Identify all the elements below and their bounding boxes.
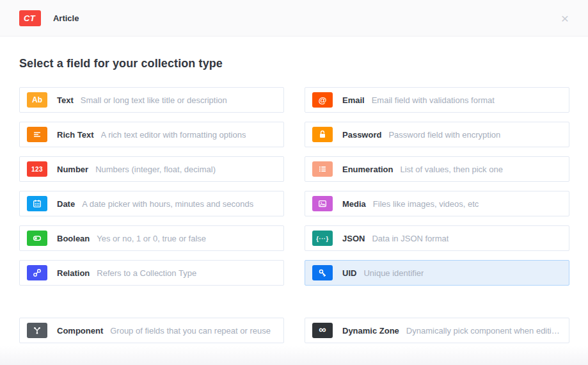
media-image-icon	[312, 196, 333, 211]
field-card-richtext[interactable]: Rich Text A rich text editor with format…	[19, 122, 284, 147]
field-description: Files like images, videos, etc	[373, 199, 479, 209]
field-label: Password	[342, 130, 381, 140]
close-icon[interactable]: ×	[561, 12, 569, 25]
field-description: Small or long text like title or descrip…	[81, 95, 227, 105]
modal-bottom-shadow	[0, 346, 588, 365]
field-label: Boolean	[57, 234, 90, 243]
field-description: Password field with encryption	[388, 130, 500, 140]
field-description: A rich text editor with formatting optio…	[101, 130, 246, 140]
password-lock-icon	[312, 127, 333, 142]
content-type-name: Article	[53, 13, 79, 23]
field-card-text[interactable]: Ab Text Small or long text like title or…	[19, 87, 284, 113]
calendar-icon	[27, 196, 47, 211]
advanced-field-grid: Component Group of fields that you can r…	[19, 318, 569, 343]
field-description: A date picker with hours, minutes and se…	[82, 199, 253, 209]
relation-link-icon	[27, 265, 47, 280]
text-field-icon: Ab	[27, 92, 47, 108]
field-card-media[interactable]: Media Files like images, videos, etc	[305, 191, 569, 216]
field-label: JSON	[342, 234, 365, 243]
field-label: Component	[57, 326, 103, 336]
email-at-icon: @	[312, 92, 333, 108]
enumeration-list-icon	[312, 161, 333, 177]
field-label: Date	[57, 199, 75, 209]
field-card-uid[interactable]: UID Unique identifier	[305, 260, 569, 286]
modal-body: Select a field for your collection type …	[0, 57, 588, 343]
component-branch-icon	[27, 323, 47, 338]
field-description: Email field with validations format	[372, 95, 495, 105]
field-card-password[interactable]: Password Password field with encryption	[305, 122, 569, 147]
content-type-badge: CT	[19, 10, 41, 26]
modal-header: CT Article ×	[0, 0, 588, 36]
field-card-boolean[interactable]: Boolean Yes or no, 1 or 0, true or false	[19, 225, 284, 251]
boolean-toggle-icon	[27, 231, 47, 246]
field-card-email[interactable]: @ Email Email field with validations for…	[305, 87, 569, 113]
field-card-date[interactable]: Date A date picker with hours, minutes a…	[19, 191, 284, 216]
number-123-icon: 123	[27, 161, 47, 177]
field-label: UID	[342, 268, 356, 278]
page-title: Select a field for your collection type	[19, 57, 569, 70]
field-label: Text	[57, 95, 74, 105]
field-label: Media	[342, 199, 366, 209]
field-card-component[interactable]: Component Group of fields that you can r…	[19, 318, 284, 343]
field-card-relation[interactable]: Relation Refers to a Collection Type	[19, 260, 284, 286]
field-type-grid: Ab Text Small or long text like title or…	[19, 87, 569, 286]
field-description: Dynamically pick component when editing …	[406, 326, 562, 336]
field-label: Email	[342, 95, 365, 105]
field-description: List of values, then pick one	[400, 165, 502, 174]
field-label: Enumeration	[342, 165, 393, 174]
field-card-enumeration[interactable]: Enumeration List of values, then pick on…	[305, 156, 569, 182]
field-label: Rich Text	[57, 130, 94, 140]
field-card-number[interactable]: 123 Number Numbers (integer, float, deci…	[19, 156, 284, 182]
richtext-lines-icon	[27, 127, 47, 142]
field-card-json[interactable]: {···} JSON Data in JSON format	[305, 225, 569, 251]
field-label: Relation	[57, 268, 90, 278]
json-braces-icon: {···}	[312, 231, 333, 246]
dynamic-zone-infinity-icon: ∞	[312, 323, 333, 338]
field-description: Unique identifier	[363, 268, 424, 278]
field-description: Data in JSON format	[372, 234, 449, 243]
uid-key-icon	[312, 265, 333, 280]
field-label: Dynamic Zone	[342, 326, 399, 336]
field-description: Yes or no, 1 or 0, true or false	[97, 234, 206, 243]
field-description: Refers to a Collection Type	[97, 268, 196, 278]
field-description: Group of fields that you can repeat or r…	[110, 326, 271, 336]
field-description: Numbers (integer, float, decimal)	[95, 165, 216, 174]
field-card-dynamic-zone[interactable]: ∞ Dynamic Zone Dynamically pick componen…	[305, 318, 569, 343]
field-label: Number	[57, 165, 88, 174]
